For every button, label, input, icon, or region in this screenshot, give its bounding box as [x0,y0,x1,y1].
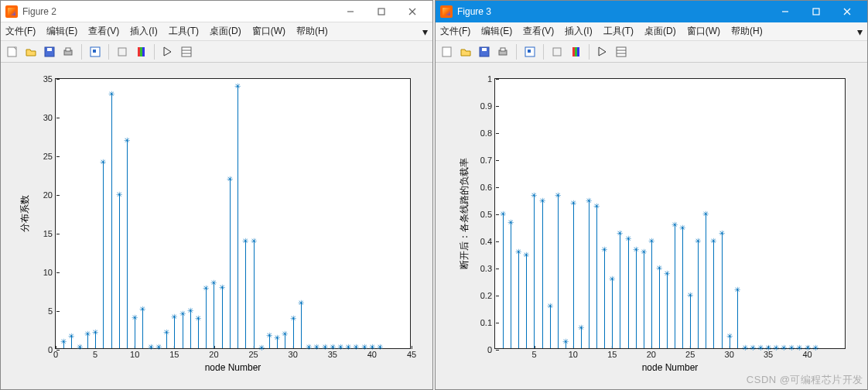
svg-rect-12 [138,47,140,56]
menu-edit[interactable]: 编辑(E) [481,25,512,38]
marker: ✳ [593,203,600,210]
menu-help[interactable]: 帮助(H) [731,25,763,38]
stem [190,310,191,348]
y-tick: 1 [487,74,495,84]
marker: ✳ [609,275,615,283]
save-icon[interactable] [41,43,58,60]
marker: ✳ [258,344,265,352]
menu-edit[interactable]: 编辑(E) [46,25,77,38]
open-icon[interactable] [457,43,474,60]
link-icon[interactable] [548,43,566,60]
menu-desktop[interactable]: 桌面(D) [644,25,676,38]
stem [698,240,699,348]
y-tick: 0 [487,345,495,354]
marker: ✳ [695,238,701,245]
stem [620,232,620,349]
stem [238,85,238,348]
y-tick: 0.5 [480,210,495,219]
axes[interactable]: 断开后：各条线路的负载率 node Number 00.10.20.30.40.… [494,78,846,349]
marker: ✳ [377,344,383,351]
menu-file[interactable]: 文件(F) [5,25,36,38]
stem [103,161,104,348]
close-button[interactable] [397,1,428,22]
x-tick: 10 [130,348,139,359]
svg-rect-33 [617,47,626,56]
marker: ✳ [601,246,607,254]
y-tick: 0.4 [480,237,495,246]
link-icon[interactable] [114,43,131,60]
x-tick: 0 [53,348,58,359]
x-tick: 5 [531,348,536,359]
marker: ✳ [586,197,592,205]
minimize-button[interactable] [770,1,801,22]
menu-overflow-icon[interactable]: ▾ [857,26,863,38]
marker: ✳ [507,219,514,227]
menu-view[interactable]: 查看(V) [523,25,554,38]
marker: ✳ [734,286,740,294]
plot-area[interactable]: 断开后：各条线路的负载率 node Number 00.10.20.30.40.… [436,63,867,389]
marker: ✳ [124,137,130,145]
toolbar-separator [154,44,155,60]
menu-tools[interactable]: 工具(T) [169,25,199,38]
menu-window[interactable]: 窗口(W) [687,25,720,38]
menu-desktop[interactable]: 桌面(D) [210,25,241,38]
stem [596,205,597,349]
new-figure-icon[interactable] [4,43,21,60]
x-tick: 15 [607,348,617,359]
marker: ✳ [60,338,67,346]
menu-overflow-icon[interactable]: ▾ [422,26,428,38]
menu-help[interactable]: 帮助(H) [296,25,328,38]
y-tick: 0.3 [480,264,495,273]
x-axis-label: node Number [642,362,699,373]
titlebar[interactable]: Figure 3 [436,1,867,22]
marker: ✳ [765,344,771,352]
stem [659,267,660,348]
data-cursor-icon[interactable] [87,43,104,60]
print-icon[interactable] [494,43,511,60]
menu-tools[interactable]: 工具(T) [603,25,634,38]
save-icon[interactable] [476,43,493,60]
y-tick: 0.7 [480,156,495,165]
menu-insert[interactable]: 插入(I) [565,25,592,38]
marker: ✳ [108,91,114,98]
stem [573,202,574,348]
property-inspector-icon[interactable] [613,43,630,60]
close-button[interactable] [832,1,863,22]
stem [628,238,629,349]
edit-plot-icon[interactable] [594,43,611,60]
marker: ✳ [266,332,272,340]
titlebar[interactable]: Figure 2 [1,1,432,22]
data-cursor-icon[interactable] [521,43,538,60]
marker: ✳ [523,251,529,259]
print-icon[interactable] [60,43,77,60]
colorbar-icon[interactable] [132,43,149,60]
marker: ✳ [633,246,639,254]
marker: ✳ [788,344,795,352]
menu-window[interactable]: 窗口(W) [252,25,285,38]
new-figure-icon[interactable] [439,43,456,60]
property-inspector-icon[interactable] [178,43,195,60]
maximize-button[interactable] [801,1,832,22]
figure-window-2: Figure 2 文件(F) 编辑(E) 查看(V) 插入(I) 工具(T) 桌… [0,0,433,390]
edit-plot-icon[interactable] [159,43,176,60]
marker: ✳ [345,344,351,351]
y-tick: 35 [43,74,56,84]
marker: ✳ [515,248,521,256]
window-buttons [335,1,428,22]
minimize-button[interactable] [335,1,366,22]
svg-rect-10 [93,50,96,53]
marker: ✳ [710,238,716,245]
maximize-button[interactable] [366,1,397,22]
menu-view[interactable]: 查看(V) [88,25,119,38]
menu-file[interactable]: 文件(F) [440,25,470,38]
axes[interactable]: 分布系数 node Number 05101520253035051015202… [55,78,411,349]
menu-insert[interactable]: 插入(I) [130,25,157,38]
marker: ✳ [77,344,83,351]
colorbar-icon[interactable] [567,43,584,60]
y-tick: 0.2 [480,291,495,300]
svg-rect-28 [528,50,531,53]
open-icon[interactable] [22,43,39,60]
svg-rect-31 [575,47,577,56]
marker: ✳ [234,83,241,91]
plot-area[interactable]: 分布系数 node Number 05101520253035051015202… [1,63,432,389]
